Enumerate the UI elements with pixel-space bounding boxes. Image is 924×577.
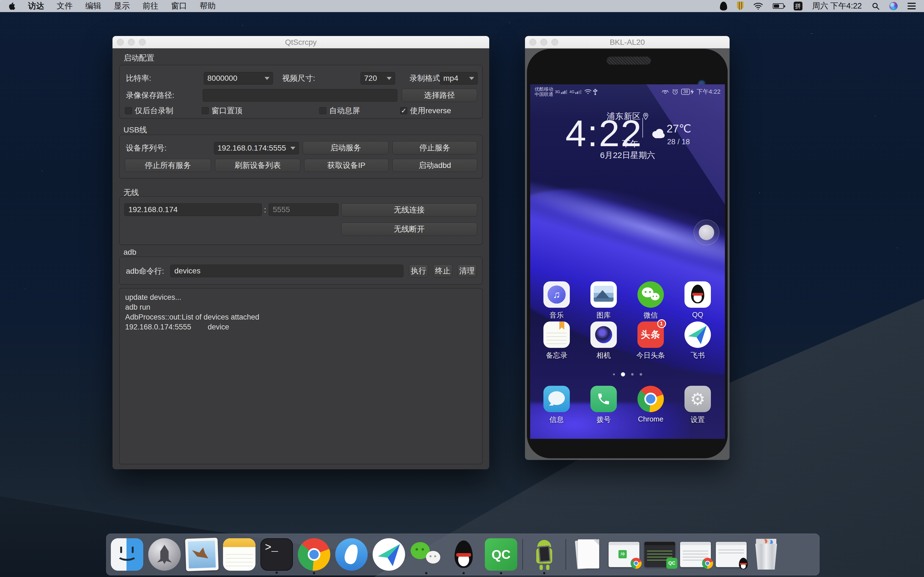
phone-screen[interactable]: 优酷移动 中国联通 3G 4G bbox=[530, 84, 725, 439]
menu-window[interactable]: 窗口 bbox=[171, 0, 187, 11]
input-method-icon[interactable]: 拼 bbox=[794, 2, 803, 10]
app-camera[interactable]: 相机 bbox=[583, 321, 624, 360]
battery-icon[interactable] bbox=[773, 3, 784, 9]
dock-paper-plane-app[interactable] bbox=[373, 538, 405, 571]
desktop: 访达 文件 编辑 显示 前往 窗口 帮助 拼 周六 下午4:22 bbox=[0, 0, 924, 577]
section-usb: USB线 bbox=[123, 125, 147, 135]
dock-minimized-qq-window[interactable] bbox=[716, 542, 746, 567]
dock-notes[interactable] bbox=[223, 538, 255, 571]
shield-icon[interactable] bbox=[737, 2, 744, 10]
adb-kill-button[interactable]: 终止 bbox=[433, 264, 452, 277]
checkbox-box[interactable] bbox=[202, 107, 209, 114]
zoom-button[interactable] bbox=[551, 39, 558, 46]
weather-high-low: 28 / 18 bbox=[667, 138, 690, 146]
qtscrcpy-window: QtScrcpy 启动配置 比特率: 8000000 视频尺寸: 720 录制格… bbox=[113, 36, 489, 469]
start-service-button[interactable]: 启动服务 bbox=[303, 141, 389, 155]
home-page-dots[interactable] bbox=[530, 372, 725, 376]
checkbox-box[interactable] bbox=[125, 107, 132, 114]
dock-scrcpy-android[interactable] bbox=[528, 538, 561, 571]
wifi-icon bbox=[585, 89, 591, 95]
close-button[interactable] bbox=[529, 39, 536, 46]
qq-badge-icon bbox=[738, 558, 749, 569]
dock-finder[interactable] bbox=[111, 538, 143, 571]
stop-service-button[interactable]: 停止服务 bbox=[393, 141, 477, 155]
menu-clock[interactable]: 周六 下午4:22 bbox=[813, 0, 862, 11]
dock-blue-seal-app[interactable] bbox=[335, 538, 368, 571]
checkbox-screen-off[interactable]: 自动息屏 bbox=[319, 106, 360, 115]
dock-mail[interactable] bbox=[185, 538, 219, 571]
app-dialer[interactable]: 拨号 bbox=[583, 386, 624, 424]
assistive-ball[interactable] bbox=[693, 219, 719, 245]
checkbox-always-on-top[interactable]: 窗口置顶 bbox=[202, 106, 242, 115]
refresh-device-list-button[interactable]: 刷新设备列表 bbox=[215, 159, 300, 172]
wireless-ip-input[interactable] bbox=[124, 203, 262, 216]
wireless-disconnect-button[interactable]: 无线断开 bbox=[341, 222, 477, 236]
app-chrome[interactable]: Chrome bbox=[630, 386, 671, 424]
checkbox-background-record[interactable]: 仅后台录制 bbox=[125, 106, 173, 115]
search-icon[interactable] bbox=[872, 2, 879, 10]
dock-minimized-chrome-window[interactable]: 坤 bbox=[609, 542, 640, 567]
close-button[interactable] bbox=[117, 39, 124, 46]
get-device-ip-button[interactable]: 获取设备IP bbox=[304, 159, 389, 172]
dock-documents-stack[interactable] bbox=[571, 538, 604, 571]
app-toutiao[interactable]: 头条 1 今日头条 bbox=[630, 321, 671, 360]
video-size-combobox[interactable]: 720 bbox=[360, 72, 395, 85]
app-settings[interactable]: ⚙ 设置 bbox=[677, 386, 718, 424]
phone-titlebar[interactable]: BKL-AL20 bbox=[525, 36, 730, 48]
app-feishu[interactable]: 飞书 bbox=[677, 321, 718, 360]
dock-minimized-code-window[interactable]: QC bbox=[645, 542, 675, 567]
start-adbd-button[interactable]: 启动adbd bbox=[393, 159, 477, 172]
record-path-input[interactable] bbox=[203, 89, 397, 102]
app-memo[interactable]: 备忘录 bbox=[536, 321, 577, 360]
stop-all-services-button[interactable]: 停止所有服务 bbox=[125, 159, 211, 172]
zoom-button[interactable] bbox=[139, 39, 146, 46]
menu-finder[interactable]: 访达 bbox=[28, 0, 44, 11]
dock-wechat[interactable] bbox=[410, 538, 443, 571]
bitrate-combobox[interactable]: 8000000 bbox=[204, 72, 273, 85]
notification-list-icon[interactable] bbox=[908, 3, 916, 9]
wireless-connect-button[interactable]: 无线连接 bbox=[341, 203, 477, 216]
menu-help[interactable]: 帮助 bbox=[200, 0, 216, 11]
dock-qtcreator[interactable]: QC bbox=[485, 538, 517, 571]
siri-icon[interactable] bbox=[889, 2, 898, 10]
app-gallery[interactable]: 图库 bbox=[583, 281, 624, 320]
checkbox-box[interactable] bbox=[319, 107, 326, 114]
menu-view[interactable]: 显示 bbox=[114, 0, 130, 11]
app-qq[interactable]: QQ bbox=[677, 281, 718, 319]
menu-file[interactable]: 文件 bbox=[57, 0, 73, 11]
gallery-icon bbox=[590, 281, 617, 308]
screen-frame-icon bbox=[538, 546, 551, 562]
wireless-port-input[interactable] bbox=[269, 203, 339, 216]
assistive-ball-dot[interactable] bbox=[699, 225, 714, 240]
weather-temperature: 27℃ bbox=[667, 122, 691, 135]
adb-run-button[interactable]: 执行 bbox=[409, 264, 428, 277]
alarm-icon bbox=[672, 89, 678, 95]
minimize-button[interactable] bbox=[128, 39, 135, 46]
qq-penguin-icon[interactable] bbox=[720, 2, 727, 10]
serial-combobox[interactable]: 192.168.0.174:5555 bbox=[214, 142, 299, 155]
choose-path-button[interactable]: 选择路径 bbox=[402, 89, 477, 102]
chrome-icon bbox=[638, 386, 664, 412]
wifi-icon[interactable] bbox=[753, 2, 763, 10]
menu-edit[interactable]: 编辑 bbox=[85, 0, 101, 11]
dock-trash[interactable] bbox=[751, 538, 779, 571]
adb-cmd-input[interactable] bbox=[170, 264, 404, 277]
serial-label: 设备序列号: bbox=[126, 141, 166, 155]
app-music[interactable]: ♫ 音乐 bbox=[536, 281, 577, 320]
checkbox-use-reverse[interactable]: ✓ 使用reverse bbox=[400, 106, 451, 115]
dock-minimized-browser-window[interactable] bbox=[680, 542, 711, 567]
apple-menu-icon[interactable] bbox=[8, 2, 15, 10]
menu-go[interactable]: 前往 bbox=[142, 0, 158, 11]
qtscrcpy-titlebar[interactable]: QtScrcpy bbox=[113, 36, 489, 48]
adb-log-output[interactable]: update devices... adb run AdbProcess::ou… bbox=[119, 288, 483, 464]
dock-chrome[interactable] bbox=[298, 538, 330, 571]
dock-launchpad[interactable] bbox=[148, 538, 181, 571]
minimize-button[interactable] bbox=[540, 39, 547, 46]
record-format-combobox[interactable]: mp4 bbox=[440, 72, 478, 85]
app-messages[interactable]: 信息 bbox=[536, 386, 577, 424]
dock-qq[interactable] bbox=[447, 538, 480, 571]
dock-terminal[interactable]: >_ bbox=[260, 538, 293, 571]
app-wechat[interactable]: 微信 bbox=[630, 281, 671, 320]
checkbox-box-checked[interactable]: ✓ bbox=[400, 107, 407, 114]
adb-clear-button[interactable]: 清理 bbox=[457, 264, 477, 277]
